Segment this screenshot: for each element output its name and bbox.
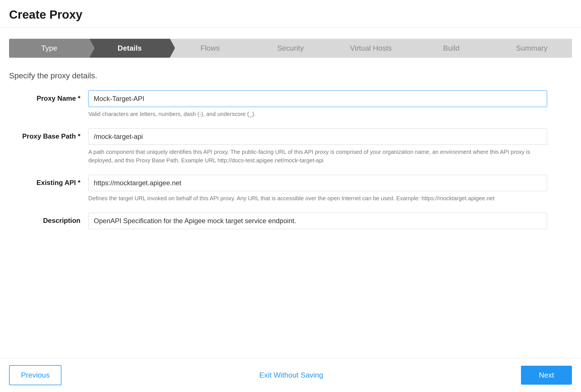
wizard-step-type-label: Type bbox=[41, 44, 57, 53]
wizard-step-summary-label: Summary bbox=[516, 44, 547, 53]
proxy-name-label: Proxy Name * bbox=[9, 91, 88, 102]
exit-without-saving-button[interactable]: Exit Without Saving bbox=[259, 371, 323, 380]
proxy-base-path-label: Proxy Base Path * bbox=[9, 128, 88, 140]
proxy-base-path-help: A path component that uniquely identifie… bbox=[88, 148, 547, 165]
wizard-step-details-label: Details bbox=[118, 44, 142, 53]
proxy-name-field-group: Valid characters are letters, numbers, d… bbox=[88, 91, 547, 118]
wizard-step-summary[interactable]: Summary bbox=[492, 39, 572, 58]
proxy-base-path-input[interactable] bbox=[88, 128, 547, 145]
form-container: Proxy Name * Valid characters are letter… bbox=[9, 91, 547, 229]
proxy-base-path-field-group: A path component that uniquely identifie… bbox=[88, 128, 547, 165]
description-input[interactable] bbox=[88, 213, 547, 229]
wizard-steps: Type Details Flows Security Virtual Host… bbox=[9, 39, 572, 58]
proxy-name-row: Proxy Name * Valid characters are letter… bbox=[9, 91, 547, 118]
existing-api-help: Defines the target URL invoked on behalf… bbox=[88, 194, 547, 203]
wizard-step-flows[interactable]: Flows bbox=[170, 39, 250, 58]
footer: Previous Exit Without Saving Next bbox=[0, 358, 581, 392]
existing-api-input[interactable] bbox=[88, 175, 547, 191]
header: Create Proxy bbox=[0, 0, 581, 27]
description-field-group bbox=[88, 213, 547, 229]
section-title: Specify the proxy details. bbox=[9, 71, 572, 80]
proxy-base-path-row: Proxy Base Path * A path component that … bbox=[9, 128, 547, 165]
wizard-step-virtual-hosts-label: Virtual Hosts bbox=[350, 44, 392, 53]
wizard-step-build-label: Build bbox=[443, 44, 460, 53]
existing-api-row: Existing API * Defines the target URL in… bbox=[9, 175, 547, 203]
existing-api-label: Existing API * bbox=[9, 175, 88, 187]
page-container: Create Proxy Type Details Flows Security… bbox=[0, 0, 581, 392]
proxy-name-help: Valid characters are letters, numbers, d… bbox=[88, 110, 547, 118]
wizard-step-details[interactable]: Details bbox=[89, 39, 170, 58]
wizard-step-security[interactable]: Security bbox=[250, 39, 331, 58]
wizard-step-virtual-hosts[interactable]: Virtual Hosts bbox=[331, 39, 411, 58]
previous-button[interactable]: Previous bbox=[9, 365, 61, 385]
wizard-step-build[interactable]: Build bbox=[411, 39, 492, 58]
proxy-name-input[interactable] bbox=[88, 91, 547, 107]
description-row: Description bbox=[9, 213, 547, 229]
next-button[interactable]: Next bbox=[521, 366, 572, 385]
existing-api-field-group: Defines the target URL invoked on behalf… bbox=[88, 175, 547, 203]
wizard-step-security-label: Security bbox=[277, 44, 304, 53]
description-label: Description bbox=[9, 213, 88, 225]
page-title: Create Proxy bbox=[9, 8, 572, 21]
main-content: Type Details Flows Security Virtual Host… bbox=[0, 27, 581, 358]
wizard-step-type[interactable]: Type bbox=[9, 39, 89, 58]
wizard-step-flows-label: Flows bbox=[200, 44, 220, 53]
